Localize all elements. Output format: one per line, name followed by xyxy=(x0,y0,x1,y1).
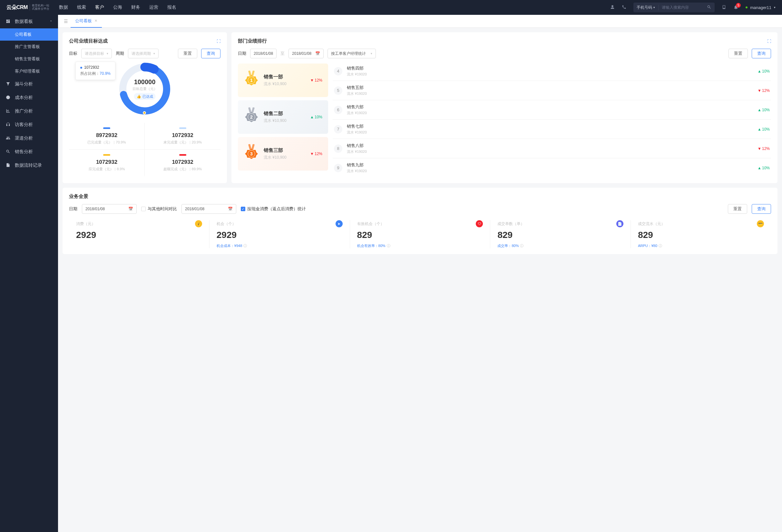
rank-top-item[interactable]: 1销售一部流水 ¥10,900▼ 12% xyxy=(238,64,328,97)
search-button[interactable] xyxy=(704,5,715,10)
search-box: 手机号码 ▾ xyxy=(633,3,715,12)
metric-value: 2929 xyxy=(217,230,343,240)
chevron-up-icon: ⌃ xyxy=(50,20,52,24)
compare-checkbox[interactable]: 与其他时间对比 xyxy=(141,206,177,212)
date-to-input[interactable]: 2018/01/08📅 xyxy=(288,49,324,58)
rank-row[interactable]: 8销售八部流水 ¥19020▼ 12% xyxy=(333,139,771,158)
reset-button[interactable]: 重置 xyxy=(178,49,197,58)
chevron-down-icon: ▾ xyxy=(774,6,776,9)
metric-value: 829 xyxy=(497,230,624,240)
rank-top-item[interactable]: 2销售二部流水 ¥10,900▲ 10% xyxy=(238,100,328,134)
expand-icon[interactable]: ⛶ xyxy=(767,39,771,43)
search-input[interactable] xyxy=(659,5,704,10)
panel-title: 部门业绩排行 xyxy=(238,38,267,44)
query-button[interactable]: 查询 xyxy=(752,49,771,58)
panel-title: 业务全景 xyxy=(69,193,88,200)
rank-row[interactable]: 6销售六部流水 ¥19020▲ 10% xyxy=(333,100,771,119)
sidebar-item[interactable]: 渠道分析 xyxy=(0,132,58,145)
mobile-icon[interactable] xyxy=(722,5,726,10)
medal-icon: 2 xyxy=(244,107,259,127)
help-icon[interactable]: ⓘ xyxy=(659,243,662,248)
target-select[interactable]: 请选择目标 ▾ xyxy=(81,49,112,58)
rank-panel: 部门业绩排行 ⛶ 日期 2018/01/08 至 2018/01/08📅 按工单… xyxy=(232,32,778,183)
cash-checkbox[interactable]: ✓ 按现金消费（返点后消费）统计 xyxy=(241,206,306,212)
stat-label: 超额完成（元）|89.9% xyxy=(145,167,220,172)
search-type-select[interactable]: 手机号码 ▾ xyxy=(633,5,659,10)
stat-value: 1072932 xyxy=(145,132,220,139)
topnav-item[interactable]: 客户 xyxy=(95,4,104,10)
sidebar: 数据看板 ⌃ 公司看板推广主管看板销售主管看板客户经理看板 漏斗分析成本分析推广… xyxy=(0,15,58,532)
logo-sub: 教育机构一站 式服务云平台 xyxy=(30,4,49,11)
trend-arrow-icon: ▼ xyxy=(757,146,761,151)
calendar-icon: 📅 xyxy=(228,207,233,211)
sidebar-item[interactable]: 销售分析 xyxy=(0,145,58,158)
rank-name: 销售七部 xyxy=(347,123,753,129)
rank-trend: ▲ 10% xyxy=(757,127,770,132)
close-icon[interactable]: ✕ xyxy=(95,19,97,23)
sidebar-sub-item[interactable]: 公司看板 xyxy=(0,28,58,41)
date-from-input[interactable]: 2018/01/08 xyxy=(250,49,277,58)
tab-company-board[interactable]: 公司看板 ✕ xyxy=(71,15,102,28)
chevron-down-icon: ▾ xyxy=(653,6,655,9)
topnav-item[interactable]: 报名 xyxy=(167,4,176,10)
topnav-item[interactable]: 运营 xyxy=(149,4,158,10)
rank-name: 销售八部 xyxy=(347,143,753,149)
sidebar-item-label: 推广分析 xyxy=(15,108,33,114)
trend-arrow-icon: ▼ xyxy=(310,78,314,82)
calendar-icon: 📅 xyxy=(128,207,133,211)
metric-sub: 机会有效率：80% ⓘ xyxy=(357,243,483,248)
topnav-item[interactable]: 线索 xyxy=(77,4,86,10)
overview-date1[interactable]: 2018/01/08📅 xyxy=(82,204,137,214)
topnav-item[interactable]: 公海 xyxy=(113,4,122,10)
svg-rect-3 xyxy=(248,71,251,76)
rank-number: 8 xyxy=(334,144,342,153)
sidebar-item-label: 销售分析 xyxy=(15,149,33,155)
query-button[interactable]: 查询 xyxy=(752,204,771,214)
metric-icon: 🛡 xyxy=(476,220,483,227)
metric-title: 消费（元） xyxy=(76,221,96,227)
sidebar-sub-item[interactable]: 客户经理看板 xyxy=(0,65,58,77)
sidebar-group-dashboard[interactable]: 数据看板 ⌃ xyxy=(0,15,58,28)
help-icon[interactable]: ⓘ xyxy=(243,243,247,248)
phone-icon[interactable] xyxy=(622,5,626,10)
rank-row[interactable]: 9销售九部流水 ¥19020▲ 10% xyxy=(333,158,771,177)
period-select[interactable]: 请选择周期 ▾ xyxy=(128,49,158,58)
user-icon[interactable] xyxy=(610,5,615,10)
rank-row[interactable]: 7销售七部流水 ¥19020▲ 10% xyxy=(333,119,771,139)
user-menu[interactable]: manager11 ▾ xyxy=(746,5,776,10)
sidebar-item[interactable]: 成本分析 xyxy=(0,91,58,104)
rank-row[interactable]: 5销售五部流水 ¥19020▼ 12% xyxy=(333,81,771,100)
sidebar-item[interactable]: 漏斗分析 xyxy=(0,77,58,91)
rank-row[interactable]: 4销售四部流水 ¥19020▲ 10% xyxy=(333,62,771,81)
topnav-item[interactable]: 数据 xyxy=(59,4,68,10)
thumbs-up-icon: 👍 xyxy=(137,95,141,99)
sidebar-sub-item[interactable]: 推广主管看板 xyxy=(0,41,58,53)
query-button[interactable]: 查询 xyxy=(201,49,220,58)
metric-icon: 💰 xyxy=(195,220,202,227)
help-icon[interactable]: ⓘ xyxy=(387,243,390,248)
svg-text:1: 1 xyxy=(250,78,253,83)
reset-button[interactable]: 重置 xyxy=(728,49,748,58)
overview-date2[interactable]: 2018/01/08📅 xyxy=(181,204,236,214)
sidebar-sub-item[interactable]: 销售主管看板 xyxy=(0,53,58,65)
trend-arrow-icon: ▲ xyxy=(757,166,761,170)
help-icon[interactable]: ⓘ xyxy=(520,243,524,248)
rank-top-item[interactable]: 3销售三部流水 ¥10,900▼ 12% xyxy=(238,137,328,171)
groupby-select[interactable]: 按工单客户经理统计 ▾ xyxy=(327,49,376,58)
sidebar-item[interactable]: 访客分析 xyxy=(0,118,58,132)
sidebar-item[interactable]: 推广分析 xyxy=(0,104,58,118)
collapse-sidebar-button[interactable]: ☰ xyxy=(61,19,71,24)
notification-bell[interactable]: 5 xyxy=(733,4,739,11)
trend-arrow-icon: ▼ xyxy=(310,151,314,156)
svg-rect-9 xyxy=(251,107,255,113)
online-dot xyxy=(746,6,747,8)
reset-button[interactable]: 重置 xyxy=(728,204,747,214)
metric-value: 829 xyxy=(638,230,764,240)
rank-number: 7 xyxy=(334,125,342,134)
sidebar-item[interactable]: 数据流转记录 xyxy=(0,158,58,172)
rank-flow: 流水 ¥10,900 xyxy=(264,81,306,87)
rank-flow: 流水 ¥19020 xyxy=(347,72,753,77)
topnav-item[interactable]: 财务 xyxy=(131,4,140,10)
sidebar-item-label: 渠道分析 xyxy=(15,135,33,141)
expand-icon[interactable]: ⛶ xyxy=(217,39,220,43)
